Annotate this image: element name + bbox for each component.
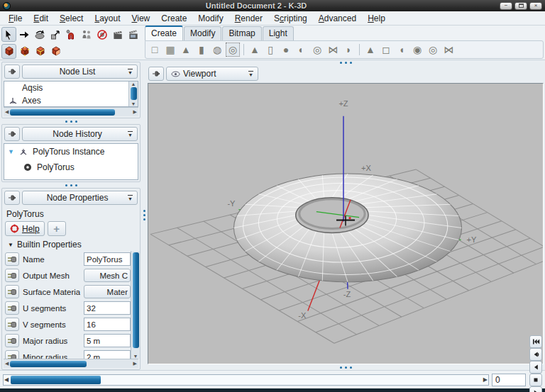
menu-create[interactable]: Create	[155, 12, 192, 25]
builtin-properties-group[interactable]: ▼ Builtin Properties	[2, 237, 140, 251]
menu-layout[interactable]: Layout	[89, 12, 126, 25]
nurbs-cone-icon[interactable]: ▲	[363, 43, 378, 57]
scroll-thumb[interactable]	[10, 109, 114, 116]
nurbs-cylinder-icon[interactable]: ◻	[379, 43, 393, 57]
step-backward-button[interactable]	[529, 361, 542, 374]
torus-primitive-icon[interactable]: ◎	[426, 43, 440, 57]
select-lines-button[interactable]	[33, 44, 48, 59]
play-backward-button[interactable]	[529, 348, 542, 361]
menu-select[interactable]: Select	[54, 12, 89, 25]
node-history-selector[interactable]: Node History ▼	[22, 127, 138, 141]
pin-button[interactable]	[4, 127, 20, 141]
properties-vscrollbar[interactable]: ▼	[131, 251, 140, 359]
rotate-tool-button[interactable]	[33, 27, 48, 42]
maximize-button[interactable]	[514, 2, 527, 10]
hyperboloid-icon[interactable]: ⋈	[326, 43, 340, 57]
viewport-bottom-splitter[interactable]	[146, 364, 545, 370]
panel-splitter[interactable]	[1, 118, 141, 124]
channel-plug-button[interactable]	[5, 301, 19, 315]
scale-tool-button[interactable]	[48, 27, 63, 42]
scroll-thumb[interactable]	[133, 252, 139, 348]
sphere-primitive-icon[interactable]: ◉	[410, 43, 424, 57]
list-item-aqsis[interactable]: Aqsis	[4, 82, 138, 94]
poly-cone-icon[interactable]: ▲	[179, 43, 193, 57]
tree-item-polytorus-instance[interactable]: ▼ PolyTorus Instance	[4, 144, 138, 159]
node-list-hscrollbar[interactable]: ◀ ▶	[4, 107, 138, 116]
poly-sphere-icon[interactable]: ◍	[210, 43, 224, 57]
channel-plug-button[interactable]	[5, 334, 19, 347]
tree-item-polytorus[interactable]: PolyTorus	[4, 159, 138, 175]
frame-input[interactable]: 0	[492, 374, 526, 386]
select-faces-button[interactable]	[48, 44, 63, 59]
channel-plug-button[interactable]	[5, 350, 19, 359]
menu-edit[interactable]: Edit	[28, 12, 54, 25]
disk-icon[interactable]: ◎	[310, 43, 324, 57]
tab-light[interactable]: Light	[263, 26, 294, 40]
stop-button[interactable]	[529, 374, 542, 386]
poly-cylinder-icon[interactable]: ▮	[194, 43, 209, 57]
channel-plug-button[interactable]	[5, 318, 19, 331]
select-nodes-button[interactable]	[1, 44, 16, 59]
menu-view[interactable]: View	[126, 12, 155, 25]
cone-icon[interactable]: ▲	[248, 43, 262, 57]
sphere-icon[interactable]: ●	[279, 43, 293, 57]
scroll-thumb[interactable]	[10, 361, 87, 367]
select-points-button[interactable]	[17, 44, 32, 59]
node-list-selector[interactable]: Node List ▼	[22, 65, 138, 79]
property-input-u-segments[interactable]: 32	[84, 301, 131, 315]
channel-plug-button[interactable]	[5, 285, 19, 298]
poly-cube-icon[interactable]: □	[148, 43, 162, 57]
step-forward-button[interactable]	[529, 386, 542, 392]
pin-button[interactable]	[4, 191, 20, 205]
expander-icon[interactable]: ▼	[8, 148, 14, 155]
menu-file[interactable]: File	[3, 12, 28, 25]
minimize-button[interactable]: −	[500, 2, 512, 10]
help-button[interactable]: Help	[5, 221, 45, 236]
pin-button[interactable]	[4, 65, 20, 79]
menu-render[interactable]: Render	[229, 12, 268, 25]
properties-hscrollbar[interactable]: ◀ ▶	[4, 359, 138, 368]
property-input-major-radius[interactable]: 5 m	[84, 334, 131, 347]
property-input-name[interactable]: PolyTorus	[84, 252, 131, 266]
tab-bitmap[interactable]: Bitmap	[222, 26, 261, 40]
poly-grid-icon[interactable]: ▦	[163, 43, 177, 57]
hyperboloid-primitive-icon[interactable]: ⋈	[441, 43, 456, 57]
property-button-surface-material[interactable]: Mater	[84, 285, 131, 298]
tab-create[interactable]: Create	[145, 26, 183, 40]
pin-button[interactable]	[148, 67, 164, 81]
property-button-output-mesh[interactable]: Mesh C	[84, 269, 131, 282]
add-property-button[interactable]: +	[48, 221, 66, 236]
shaded-sphere-icon[interactable]: ◐	[294, 43, 309, 57]
property-input-minor-radius[interactable]: 2 m	[84, 350, 131, 359]
nurbs-sphere-icon[interactable]: ◖	[395, 43, 409, 57]
list-item-axes[interactable]: Axes	[4, 94, 138, 107]
menu-help[interactable]: Help	[362, 12, 391, 25]
menu-modify[interactable]: Modify	[192, 12, 229, 25]
timeline-thumb[interactable]	[11, 376, 101, 384]
viewport-selector[interactable]: Viewport ▼	[166, 67, 258, 81]
move-tool-button[interactable]	[17, 27, 32, 42]
property-input-v-segments[interactable]: 16	[84, 318, 131, 331]
node-list-vscrollbar[interactable]: ▲ ▼	[128, 82, 138, 106]
cylinder-icon[interactable]: ▯	[263, 43, 277, 57]
go-to-start-button[interactable]	[529, 335, 542, 348]
parent-tool-button[interactable]	[79, 27, 94, 42]
paraboloid-icon[interactable]: ◗	[341, 43, 356, 57]
snap-tool-button[interactable]	[64, 27, 79, 42]
unparent-tool-button[interactable]	[94, 27, 109, 42]
timeline-scrollbar[interactable]: ◀ ▶	[3, 374, 489, 386]
panel-splitter[interactable]	[1, 182, 141, 188]
tab-modify[interactable]: Modify	[184, 26, 221, 40]
render-frame-button[interactable]	[126, 27, 141, 42]
viewport-canvas[interactable]: +Z+X-Y+Y-Z-X	[148, 83, 544, 364]
node-properties-selector[interactable]: Node Properties ▼	[22, 191, 138, 205]
menu-advanced[interactable]: Advanced	[313, 12, 362, 25]
channel-plug-button[interactable]	[5, 269, 19, 282]
select-tool-button[interactable]	[1, 27, 16, 42]
scroll-thumb[interactable]	[131, 87, 137, 100]
menu-scripting[interactable]: Scripting	[268, 12, 313, 25]
poly-torus-icon[interactable]: ◎	[226, 43, 240, 57]
channel-plug-button[interactable]	[5, 252, 19, 266]
close-button[interactable]: ×	[529, 2, 542, 10]
render-preview-button[interactable]	[110, 27, 125, 42]
